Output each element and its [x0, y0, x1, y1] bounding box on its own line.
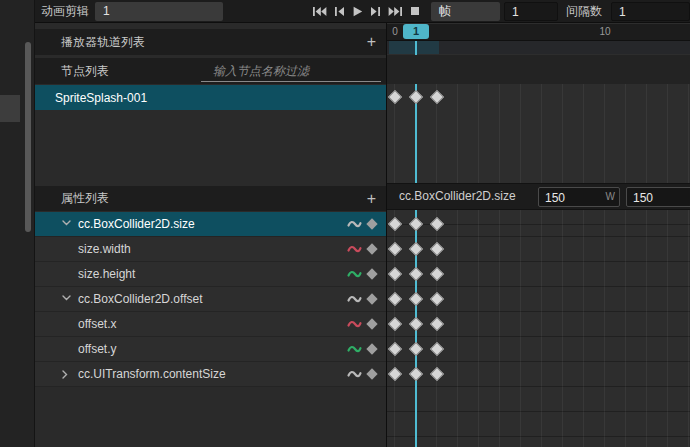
property-name: size.width [78, 237, 131, 261]
timeline-area[interactable]: 010 1 cc.BoxCollider2D.size W [386, 23, 690, 447]
property-row[interactable]: cc.BoxCollider2D.size [35, 212, 386, 237]
add-track-button[interactable]: + [367, 34, 376, 50]
keyframe-diamond-icon[interactable] [366, 318, 377, 329]
unit-select[interactable]: 帧 [431, 2, 500, 21]
ruler-frame-label: 10 [599, 25, 610, 39]
animation-toolbar: 动画剪辑 1 帧 间隔数 [35, 0, 690, 23]
timeline-ruler[interactable]: 010 [387, 24, 690, 41]
node-filter-field [201, 60, 381, 82]
stop-button[interactable] [410, 6, 420, 16]
property-list: cc.BoxCollider2D.sizesize.widthsize.heig… [35, 212, 386, 387]
keyframe-diamond-icon[interactable] [366, 218, 377, 229]
keyframe-diamond-icon[interactable] [366, 268, 377, 279]
property-value-bar: cc.BoxCollider2D.size W [387, 183, 690, 210]
curve-icon[interactable] [347, 319, 362, 329]
curve-icon[interactable] [347, 294, 362, 304]
node-list: SpriteSplash-001 [35, 85, 386, 110]
chevron-right-icon[interactable] [62, 370, 68, 379]
property-name: cc.BoxCollider2D.size [78, 212, 195, 236]
adjacent-panel-edge [0, 0, 35, 447]
property-row[interactable]: offset.x [35, 312, 386, 337]
chevron-down-icon[interactable] [62, 220, 71, 226]
jump-to-last-frame-button[interactable] [388, 6, 403, 17]
transport-controls [312, 0, 420, 22]
curve-icon[interactable] [347, 244, 362, 254]
property-name: size.height [78, 262, 135, 286]
player-track-list-title: 播放器轨道列表 [61, 34, 145, 51]
height-value-field [626, 187, 690, 207]
track-duration-band [387, 40, 690, 54]
edited-property-name: cc.BoxCollider2D.size [399, 184, 516, 209]
curve-icon[interactable] [347, 219, 362, 229]
animation-editor-panel: 动画剪辑 1 帧 间隔数 播放器轨道列表 + 节点列表 [35, 0, 690, 447]
interval-label: 间隔数 [566, 0, 602, 22]
chevron-down-icon[interactable] [62, 295, 71, 301]
adjacent-panel-item [0, 95, 20, 122]
height-value-input[interactable] [627, 189, 690, 207]
current-frame-input[interactable] [504, 2, 558, 21]
width-value-field: W [538, 187, 620, 207]
node-name: SpriteSplash-001 [55, 91, 147, 105]
outer-vertical-scrollbar[interactable] [25, 42, 31, 232]
curve-icon[interactable] [347, 344, 362, 354]
property-row[interactable]: cc.UITransform.contentSize [35, 362, 386, 387]
play-button[interactable] [352, 6, 363, 17]
node-list-title: 节点列表 [61, 63, 109, 80]
clip-label: 动画剪辑 [41, 0, 89, 22]
property-row[interactable]: size.height [35, 262, 386, 287]
clip-select[interactable]: 1 [95, 2, 223, 21]
curve-icon[interactable] [347, 269, 362, 279]
property-name: offset.y [78, 337, 116, 361]
node-row[interactable]: SpriteSplash-001 [35, 85, 386, 110]
add-property-button[interactable]: + [367, 191, 376, 207]
property-row[interactable]: size.width [35, 237, 386, 262]
property-row[interactable]: cc.BoxCollider2D.offset [35, 287, 386, 312]
timeline-spacer-band [387, 55, 690, 84]
playhead-marker[interactable]: 1 [403, 24, 429, 39]
player-track-list-header[interactable]: 播放器轨道列表 + [35, 29, 386, 55]
clip-range-highlight [389, 40, 439, 54]
ruler-frame-label: 0 [392, 25, 398, 39]
node-list-header[interactable]: 节点列表 [35, 58, 386, 84]
keyframe-diamond-icon[interactable] [366, 343, 377, 354]
property-name: offset.x [78, 312, 116, 336]
tracks-panel: 播放器轨道列表 + 节点列表 SpriteSplash-001 属性列表 + c… [35, 23, 386, 447]
width-suffix-label: W [606, 191, 615, 202]
next-frame-button[interactable] [370, 6, 381, 17]
jump-to-first-frame-button[interactable] [312, 6, 327, 17]
previous-frame-button[interactable] [334, 6, 345, 17]
keyframe-diamond-icon[interactable] [366, 243, 377, 254]
property-list-header[interactable]: 属性列表 + [35, 186, 386, 211]
property-name: cc.UITransform.contentSize [78, 362, 226, 386]
interval-input[interactable] [611, 2, 690, 21]
curve-icon[interactable] [347, 369, 362, 379]
keyframe-diamond-icon[interactable] [366, 293, 377, 304]
keyframe-diamond-icon[interactable] [366, 368, 377, 379]
property-row[interactable]: offset.y [35, 337, 386, 362]
property-name: cc.BoxCollider2D.offset [78, 287, 203, 311]
property-list-title: 属性列表 [61, 190, 109, 207]
node-filter-input[interactable] [213, 64, 381, 78]
